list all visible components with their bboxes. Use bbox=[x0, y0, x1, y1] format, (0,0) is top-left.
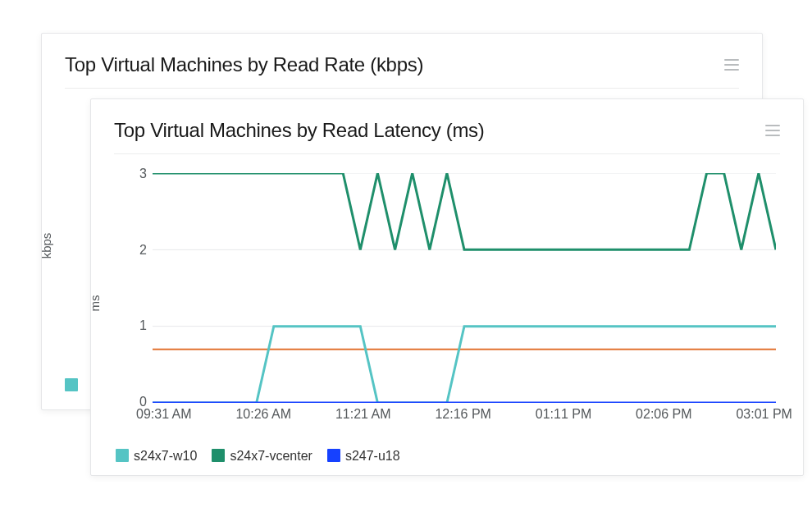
y-tick: 3 bbox=[124, 167, 147, 181]
legend-item[interactable]: s24x7-vcenter bbox=[212, 449, 312, 464]
y-tick: 1 bbox=[124, 318, 147, 333]
x-tick: 10:26 AM bbox=[235, 407, 291, 425]
legend-swatch-partial bbox=[65, 378, 83, 393]
legend-swatch-icon bbox=[116, 449, 129, 462]
card-title: Top Virtual Machines by Read Latency (ms… bbox=[114, 119, 484, 142]
legend-label: s24x7-vcenter bbox=[230, 449, 312, 463]
hamburger-icon[interactable] bbox=[724, 59, 739, 71]
card-title: Top Virtual Machines by Read Rate (kbps) bbox=[65, 53, 423, 76]
card-header: Top Virtual Machines by Read Rate (kbps) bbox=[65, 53, 739, 89]
x-tick: 11:21 AM bbox=[335, 407, 391, 425]
legend-swatch-icon bbox=[212, 449, 225, 462]
legend-item[interactable]: s247-u18 bbox=[327, 449, 400, 464]
y-axis-ticks: 3 2 1 0 bbox=[124, 167, 147, 409]
x-tick: 12:16 PM bbox=[435, 407, 490, 425]
y-axis-label: ms bbox=[88, 295, 102, 312]
x-tick: 02:06 PM bbox=[636, 407, 691, 425]
y-tick: 2 bbox=[124, 243, 147, 258]
y-axis-label: kbps bbox=[39, 233, 53, 259]
x-tick: 09:31 AM bbox=[136, 407, 192, 425]
legend-swatch-icon bbox=[65, 378, 78, 391]
card-header: Top Virtual Machines by Read Latency (ms… bbox=[114, 119, 780, 154]
x-axis-ticks: 09:31 AM 10:26 AM 11:21 AM 12:16 PM 01:1… bbox=[136, 407, 792, 425]
legend-item[interactable]: s24x7-w10 bbox=[116, 449, 197, 464]
read-latency-card: Top Virtual Machines by Read Latency (ms… bbox=[90, 98, 804, 476]
line-chart bbox=[153, 173, 776, 403]
x-tick: 03:01 PM bbox=[736, 407, 791, 425]
x-tick: 01:11 PM bbox=[536, 407, 591, 425]
legend-label: s247-u18 bbox=[345, 449, 400, 463]
hamburger-icon[interactable] bbox=[765, 125, 780, 136]
chart-legend: s24x7-w10 s24x7-vcenter s247-u18 bbox=[116, 449, 400, 464]
legend-swatch-icon bbox=[327, 449, 340, 462]
legend-label: s24x7-w10 bbox=[134, 449, 197, 463]
